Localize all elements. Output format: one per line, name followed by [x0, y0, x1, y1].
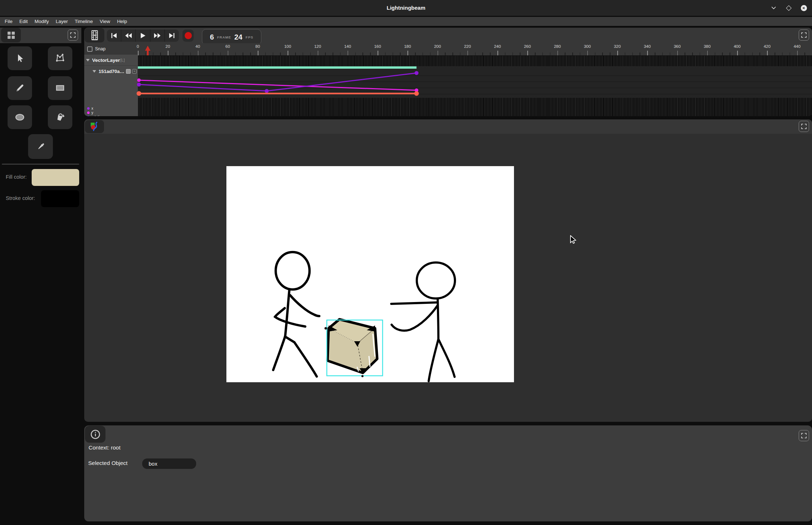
- menu-item-edit[interactable]: Edit: [19, 19, 28, 24]
- record-button[interactable]: [182, 29, 194, 42]
- collapse-caret-icon[interactable]: [86, 59, 90, 61]
- menu-item-view[interactable]: View: [100, 19, 110, 24]
- skip-to-start-button[interactable]: [107, 29, 121, 42]
- layer-row-vectorlayer[interactable]: VectorLayer [L]: [84, 55, 138, 66]
- timeline-expand-button[interactable]: [799, 29, 809, 41]
- keyframe-curves[interactable]: [138, 43, 812, 116]
- property-row-y[interactable]: y: [84, 111, 138, 115]
- playhead[interactable]: [145, 45, 151, 55]
- chevron-down-icon: [771, 6, 776, 9]
- playback-controls: [107, 29, 179, 42]
- x-curve-keyframe-dot[interactable]: [415, 71, 419, 75]
- collapse-caret-icon[interactable]: [93, 70, 96, 73]
- shapes-logo-icon: [89, 121, 100, 132]
- frame-indicator[interactable]: 6 FRAME 24 FPS: [202, 29, 261, 45]
- frameNumber-curve-keyframe-dot[interactable]: [414, 91, 419, 96]
- tool-grid-button[interactable]: [1, 28, 21, 42]
- transform-tool-button[interactable]: [48, 46, 72, 70]
- play-button[interactable]: [136, 29, 150, 42]
- y-curve[interactable]: [139, 80, 416, 90]
- skip-to-end-icon: [168, 33, 175, 38]
- status-panel: Context: root Selected Object box: [84, 425, 812, 521]
- stroke-color-label: Stroke color:: [6, 195, 35, 201]
- tools-panel-header: [0, 28, 81, 43]
- sublayer-tween-button[interactable]: ~: [132, 69, 137, 74]
- fast-forward-button[interactable]: [150, 29, 165, 42]
- transform-icon: [54, 52, 66, 64]
- x-curve-keyframe-dot[interactable]: [137, 83, 141, 87]
- record-icon: [184, 32, 192, 40]
- status-expand-button[interactable]: [799, 430, 809, 441]
- maximize-button[interactable]: [785, 5, 792, 11]
- y-curve-keyframe-dot[interactable]: [137, 78, 141, 82]
- stroke-color-swatch[interactable]: [41, 190, 79, 207]
- stick-figure-right[interactable]: [391, 262, 455, 381]
- menu-item-timeline[interactable]: Timeline: [75, 19, 93, 24]
- clip-extent-bar[interactable]: [138, 67, 416, 69]
- skip-to-start-icon: [110, 33, 118, 38]
- current-frame-value[interactable]: 6: [210, 33, 214, 41]
- paint-bucket-tool-button[interactable]: [48, 105, 72, 129]
- timeline-tracks[interactable]: 0204060801001201401601802002202402602803…: [138, 43, 812, 116]
- snap-label: Snap: [95, 46, 105, 51]
- layer-suffix: [L]: [120, 58, 125, 62]
- rectangle-tool-button[interactable]: [48, 76, 72, 100]
- select-cursor-icon: [14, 53, 25, 64]
- stage-artboard[interactable]: [226, 166, 514, 382]
- film-strip-icon: [90, 30, 99, 41]
- pencil-tool-button[interactable]: [8, 76, 32, 100]
- fill-color-label: Fill color:: [6, 174, 27, 180]
- close-button[interactable]: ✕: [800, 5, 807, 11]
- fill-color-swatch[interactable]: [32, 169, 79, 186]
- minimize-button[interactable]: [770, 5, 777, 11]
- diamond-icon: [786, 5, 791, 11]
- canvas-mode-button[interactable]: [85, 120, 104, 133]
- expand-icon: [801, 32, 807, 38]
- layer-row-sublayer[interactable]: 151ad70a… ~: [84, 66, 138, 77]
- paint-bucket-icon: [54, 111, 66, 123]
- expand-icon: [70, 32, 76, 38]
- sublayer-square-button[interactable]: [126, 69, 131, 74]
- property-row-rotation[interactable]: rotation: [84, 115, 138, 116]
- window-title: Lightningbeam: [0, 0, 812, 16]
- fps-value[interactable]: 24: [234, 33, 242, 41]
- selection-handle-dot: [325, 327, 327, 330]
- snap-checkbox[interactable]: [87, 46, 93, 52]
- menu-item-file[interactable]: File: [5, 19, 13, 24]
- eyedropper-tool-button[interactable]: [28, 134, 53, 159]
- frameNumber-curve-keyframe-dot[interactable]: [137, 91, 141, 96]
- sublayer-name: 151ad70a…: [99, 69, 125, 74]
- rewind-icon: [125, 33, 132, 38]
- menu-item-help[interactable]: Help: [117, 19, 127, 24]
- tools-panel-expand-button[interactable]: [68, 29, 78, 41]
- title-bar: Lightningbeam ✕: [0, 0, 812, 16]
- selected-object-input[interactable]: box: [142, 458, 196, 469]
- canvas-panel: [84, 119, 812, 422]
- keyframe-color-dot: [87, 107, 90, 110]
- box-object[interactable]: [328, 319, 377, 374]
- canvas-expand-button[interactable]: [799, 121, 809, 132]
- property-rows: xyrotationscale_xscale_yframeNumber: [84, 106, 138, 116]
- layer-name: VectorLayer: [92, 58, 120, 63]
- selection-handle-dot: [361, 375, 364, 377]
- stage-drawing: [226, 166, 514, 382]
- keyframe-color-dot: [87, 111, 90, 114]
- menu-item-layer[interactable]: Layer: [56, 19, 68, 24]
- stick-figure-left[interactable]: [273, 252, 319, 376]
- rewind-button[interactable]: [121, 29, 136, 42]
- menu-item-modify[interactable]: Modify: [35, 19, 49, 24]
- expand-icon: [801, 433, 807, 438]
- selected-object-label: Selected Object: [88, 460, 127, 466]
- property-label: x: [91, 107, 93, 110]
- info-button[interactable]: [85, 426, 105, 443]
- property-row-x[interactable]: x: [84, 106, 138, 111]
- pencil-icon: [14, 83, 25, 93]
- skip-to-end-button[interactable]: [165, 29, 179, 42]
- ellipse-tool-button[interactable]: [8, 105, 32, 129]
- x-curve-keyframe-dot[interactable]: [265, 89, 269, 93]
- select-tool-button[interactable]: [8, 46, 32, 70]
- fps-label: FPS: [245, 35, 253, 39]
- property-label: y: [91, 111, 93, 115]
- timeline-mode-button[interactable]: [85, 28, 104, 42]
- ellipse-icon: [14, 111, 26, 123]
